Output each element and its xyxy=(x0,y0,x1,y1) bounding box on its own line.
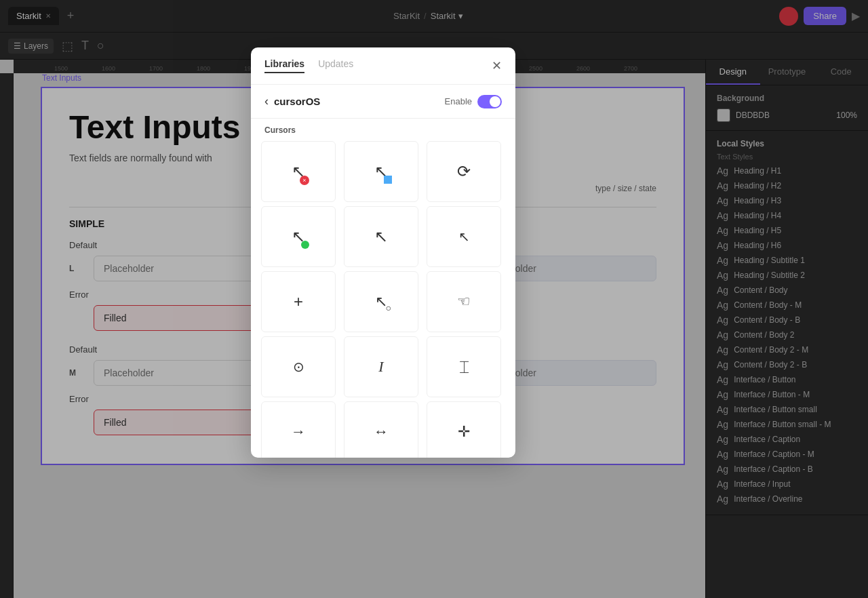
cursors-section-title: Cursors xyxy=(251,119,515,139)
modal-tab-updates[interactable]: Updates xyxy=(318,58,353,73)
enable-label: Enable xyxy=(445,96,472,106)
cursor-icon-6: + xyxy=(294,292,303,311)
cursor-badge-0: × xyxy=(300,176,309,185)
cursor-cell-9[interactable]: ⊙ xyxy=(261,336,336,397)
cursor-icon-10: I xyxy=(378,358,383,376)
cursor-icon-8: ☜ xyxy=(457,293,471,311)
cursor-icon-11: ⌶ xyxy=(460,358,469,376)
cursor-badge-7: ○ xyxy=(386,302,391,313)
cursor-icon-7: ↖ ○ xyxy=(375,293,387,311)
cursor-cell-11[interactable]: ⌶ xyxy=(427,336,501,397)
cursor-icon-3: ↖ xyxy=(292,227,305,246)
modal-overlay[interactable]: Libraries Updates ✕ ‹ cursorOS Enable Cu… xyxy=(0,0,868,598)
modal-close-button[interactable]: ✕ xyxy=(492,58,502,73)
cursor-cell-4[interactable]: ↖ xyxy=(344,206,418,267)
cursor-badge-3 xyxy=(301,241,309,249)
cursor-cell-13[interactable]: ↔ xyxy=(344,401,418,458)
cursor-cell-0[interactable]: ↖ × xyxy=(261,141,336,202)
cursor-icon-14: ✛ xyxy=(458,423,470,441)
cursor-icon-4: ↖ xyxy=(374,227,388,246)
modal-library-name: cursorOS xyxy=(274,96,320,107)
cursor-icon-1: ↖ xyxy=(374,162,388,181)
cursor-grid: ↖ × ↖ ⟳ ↖ xyxy=(251,139,515,458)
enable-row: Enable xyxy=(445,95,502,108)
enable-toggle[interactable] xyxy=(477,95,502,108)
cursor-icon-9: ⊙ xyxy=(293,359,304,375)
cursor-cell-6[interactable]: + xyxy=(261,271,336,332)
cursor-cell-12[interactable]: → xyxy=(261,401,336,458)
cursor-cell-2[interactable]: ⟳ xyxy=(427,141,501,202)
cursor-icon-5: ↖ xyxy=(458,228,470,245)
cursor-cell-14[interactable]: ✛ xyxy=(427,401,501,458)
cursor-icon-12: → xyxy=(291,423,306,441)
cursor-cell-8[interactable]: ☜ xyxy=(427,271,501,332)
cursor-badge-1 xyxy=(384,176,392,184)
cursor-cell-7[interactable]: ↖ ○ xyxy=(344,271,418,332)
modal-header: Libraries Updates ✕ xyxy=(251,47,515,85)
cursor-cell-3[interactable]: ↖ xyxy=(261,206,336,267)
cursor-cell-1[interactable]: ↖ xyxy=(344,141,418,202)
cursor-icon-13: ↔ xyxy=(374,423,389,441)
libraries-modal: Libraries Updates ✕ ‹ cursorOS Enable Cu… xyxy=(251,47,515,458)
cursor-cell-10[interactable]: I xyxy=(344,336,418,397)
modal-back-header: ‹ cursorOS Enable xyxy=(251,85,515,119)
modal-tab-libraries[interactable]: Libraries xyxy=(264,58,304,73)
cursor-icon-0: ↖ × xyxy=(292,162,305,181)
modal-body: Cursors ↖ × ↖ ⟳ xyxy=(251,119,515,458)
modal-tabs: Libraries Updates xyxy=(264,58,353,73)
cursor-cell-5[interactable]: ↖ xyxy=(427,206,501,267)
cursor-icon-2: ⟳ xyxy=(457,162,471,181)
back-button[interactable]: ‹ xyxy=(264,94,269,108)
